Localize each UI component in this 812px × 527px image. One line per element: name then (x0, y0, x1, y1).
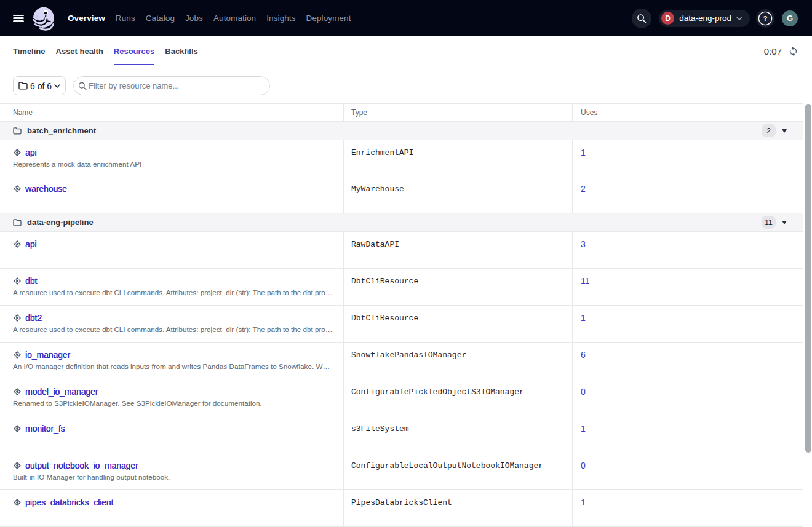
svg-text:?: ? (763, 15, 767, 22)
